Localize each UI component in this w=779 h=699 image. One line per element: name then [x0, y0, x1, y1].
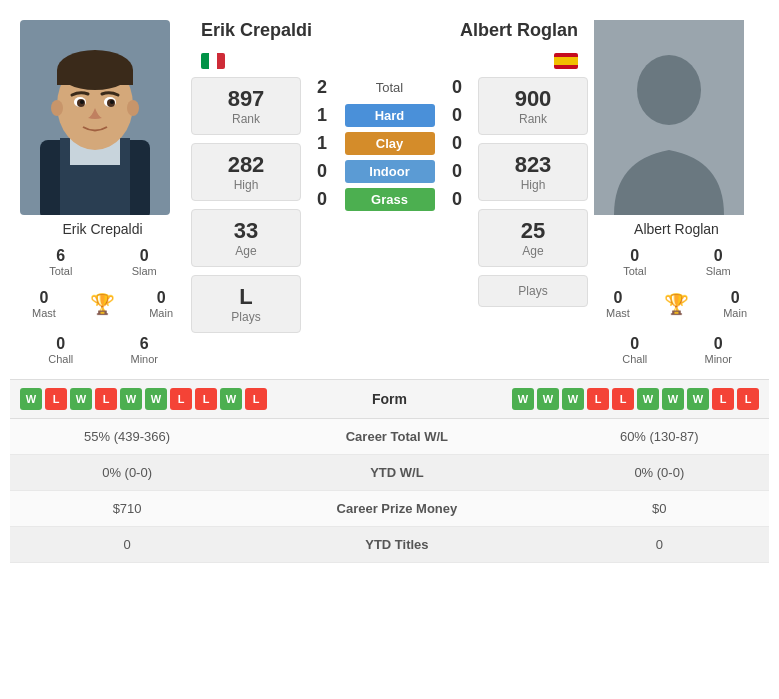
left-plays-label: Plays: [200, 310, 292, 324]
clay-row: 1 Clay 0: [307, 132, 472, 155]
comparison-wrapper: Erik Crepaldi 6 Total 0 Slam 0 Mast 🏆: [10, 10, 769, 379]
right-main-label: Main: [723, 307, 747, 319]
right-total-cell: 0 Total: [594, 243, 676, 281]
svg-rect-6: [57, 70, 133, 85]
form-badge-left: L: [45, 388, 67, 410]
form-badge-right: L: [737, 388, 759, 410]
right-chall-label: Chall: [596, 353, 674, 365]
stats-row: 0YTD Titles0: [10, 527, 769, 563]
header-names: Erik Crepaldi Albert Roglan: [191, 20, 588, 41]
left-age-value: 33: [200, 218, 292, 244]
stats-label: YTD Titles: [244, 527, 549, 563]
left-minor-value: 6: [106, 335, 184, 353]
stats-right-value: 0: [550, 527, 769, 563]
right-plays-label: Plays: [487, 284, 579, 298]
stats-row: 0% (0-0)YTD W/L0% (0-0): [10, 455, 769, 491]
left-age-label: Age: [200, 244, 292, 258]
form-badge-right: W: [537, 388, 559, 410]
right-high-box: 823 High: [478, 143, 588, 201]
left-player-stats: 6 Total 0 Slam: [20, 243, 185, 281]
svg-point-7: [51, 100, 63, 116]
left-high-label: High: [200, 178, 292, 192]
left-main-value: 0: [149, 289, 173, 307]
left-rank-box: 897 Rank: [191, 77, 301, 135]
clay-right-score: 0: [442, 133, 472, 154]
left-main-cell: 0 Main: [147, 285, 175, 323]
middle-section: Erik Crepaldi Albert Roglan 897 Rank 282: [191, 20, 588, 369]
left-chall-cell: 0 Chall: [20, 331, 102, 369]
hard-right-score: 0: [442, 105, 472, 126]
left-player-name: Erik Crepaldi: [20, 221, 185, 237]
form-badge-right: W: [637, 388, 659, 410]
left-high-value: 282: [200, 152, 292, 178]
right-total-value: 0: [596, 247, 674, 265]
indoor-badge: Indoor: [345, 160, 435, 183]
grass-badge: Grass: [345, 188, 435, 211]
left-total-value: 6: [22, 247, 100, 265]
left-slam-cell: 0 Slam: [104, 243, 186, 281]
grass-row: 0 Grass 0: [307, 188, 472, 211]
left-high-box: 282 High: [191, 143, 301, 201]
left-slam-value: 0: [106, 247, 184, 265]
left-player-title: Erik Crepaldi: [191, 20, 458, 41]
left-mast-cell: 0 Mast: [30, 285, 58, 323]
stats-label: Career Total W/L: [244, 419, 549, 455]
right-total-label: Total: [596, 265, 674, 277]
form-badge-left: L: [195, 388, 217, 410]
form-badge-right: L: [587, 388, 609, 410]
hard-left-score: 1: [307, 105, 337, 126]
clay-left-score: 1: [307, 133, 337, 154]
form-badge-right: W: [512, 388, 534, 410]
left-minor-cell: 6 Minor: [104, 331, 186, 369]
left-mast-label: Mast: [32, 307, 56, 319]
right-minor-label: Minor: [680, 353, 758, 365]
right-flag: [554, 53, 578, 69]
left-player-card: Erik Crepaldi 6 Total 0 Slam 0 Mast 🏆: [20, 20, 185, 369]
right-chall-value: 0: [596, 335, 674, 353]
right-stat-boxes: 900 Rank 823 High 25 Age Plays: [478, 77, 588, 341]
left-rank-value: 897: [200, 86, 292, 112]
total-left-score: 2: [307, 77, 337, 98]
right-age-box: 25 Age: [478, 209, 588, 267]
stats-right-value: 60% (130-87): [550, 419, 769, 455]
main-container: Erik Crepaldi 6 Total 0 Slam 0 Mast 🏆: [0, 0, 779, 573]
middle-content: 897 Rank 282 High 33 Age L Plays: [191, 77, 588, 341]
left-plays-box: L Plays: [191, 275, 301, 333]
stats-left-value: 55% (439-366): [10, 419, 244, 455]
total-right-score: 0: [442, 77, 472, 98]
right-high-value: 823: [487, 152, 579, 178]
form-label: Form: [372, 391, 407, 407]
right-age-value: 25: [487, 218, 579, 244]
right-high-label: High: [487, 178, 579, 192]
right-player-name: Albert Roglan: [594, 221, 759, 237]
hard-badge: Hard: [345, 104, 435, 127]
svg-point-16: [637, 55, 701, 125]
stats-table: 55% (439-366)Career Total W/L60% (130-87…: [10, 419, 769, 563]
right-player-title: Albert Roglan: [458, 20, 588, 41]
stats-label: Career Prize Money: [244, 491, 549, 527]
right-mast-label: Mast: [606, 307, 630, 319]
form-badge-left: W: [70, 388, 92, 410]
indoor-left-score: 0: [307, 161, 337, 182]
form-badge-right: W: [687, 388, 709, 410]
total-row: 2 Total 0: [307, 77, 472, 98]
svg-point-13: [80, 100, 84, 104]
stats-left-value: 0% (0-0): [10, 455, 244, 491]
clay-badge: Clay: [345, 132, 435, 155]
left-mast-value: 0: [32, 289, 56, 307]
right-slam-cell: 0 Slam: [678, 243, 760, 281]
left-flag: [201, 53, 225, 69]
right-minor-value: 0: [680, 335, 758, 353]
form-badge-left: W: [20, 388, 42, 410]
left-total-cell: 6 Total: [20, 243, 102, 281]
right-form-badges: WWWLLWWWLL: [512, 388, 759, 410]
left-chall-value: 0: [22, 335, 100, 353]
left-total-label: Total: [22, 265, 100, 277]
stats-left-value: 0: [10, 527, 244, 563]
form-badge-left: L: [245, 388, 267, 410]
form-section: WLWLWWLLWL Form WWWLLWWWLL: [10, 379, 769, 419]
right-rank-label: Rank: [487, 112, 579, 126]
form-badge-right: W: [662, 388, 684, 410]
grass-right-score: 0: [442, 189, 472, 210]
svg-point-14: [110, 100, 114, 104]
